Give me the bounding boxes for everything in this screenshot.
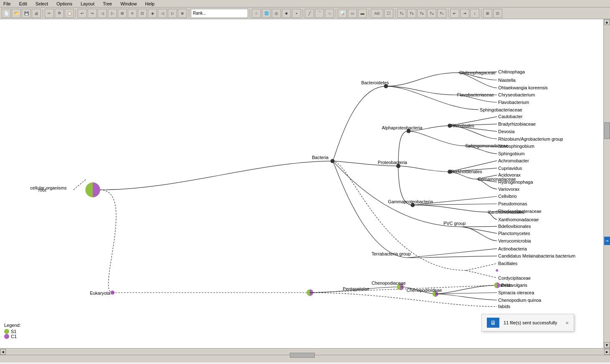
label-hydrogenophaga: Hydrogenophaga [498, 179, 533, 185]
legend-label-s1: S1 [11, 329, 16, 334]
label-bacteria: Bacteria [312, 155, 329, 160]
toolbar-b7[interactable]: ◁ [158, 9, 167, 18]
label-chryseobacterium: Chryseobacterium [498, 92, 535, 97]
toolbar-sq1[interactable]: ■ [282, 9, 291, 18]
menu-tree[interactable]: Tree [101, 1, 114, 7]
toolbar-line3[interactable]: ⌓ [325, 9, 334, 18]
toolbar-line2[interactable]: ⌒ [315, 9, 324, 18]
label-acidovorax: Acidovorax [498, 172, 521, 177]
toolbar-b3[interactable]: ⊞ [118, 9, 127, 18]
scroll-thumb-right[interactable] [604, 122, 610, 139]
label-alphaproteobacteria: Alphaproteobacteria [382, 125, 423, 130]
toolbar-grid[interactable]: ⊞ [483, 9, 492, 18]
label-burkholderiales: Burkholderiales [451, 169, 482, 174]
toolbar-new[interactable]: 📄 [2, 9, 11, 18]
scrollbar-right[interactable]: ▲ ⇒ ▼ [603, 19, 610, 348]
menu-edit[interactable]: Edit [18, 1, 29, 7]
legend-title: Legend: [4, 323, 21, 328]
legend-label-c1: C1 [11, 334, 17, 339]
label-cellular: cellular organisms [30, 185, 67, 190]
label-flavobacterium: Flavobacterium [498, 100, 529, 105]
hscroll-thumb[interactable] [290, 353, 315, 358]
toolbar-circle[interactable]: ○ [252, 9, 261, 18]
misc-dot [496, 269, 498, 272]
menu-help[interactable]: Help [144, 1, 157, 7]
legend: Legend: S1 C1 [4, 323, 21, 339]
toolbar-t5[interactable]: T₅ [437, 9, 446, 18]
toolbar-arr3[interactable]: ↕ [470, 9, 479, 18]
toolbar-t3[interactable]: T₃ [417, 9, 426, 18]
menubar: File Edit Select Options Layout Tree Win… [0, 0, 610, 8]
toolbar-box1[interactable]: ☐ [384, 9, 393, 18]
toolbar-undo[interactable]: ↩ [78, 9, 87, 18]
toolbar-ag1[interactable]: AG [371, 9, 383, 18]
toolbar-arr1[interactable]: ⇤ [450, 9, 459, 18]
toolbar-t1[interactable]: T₁ [397, 9, 406, 18]
toolbar-copy[interactable]: ⧉ [55, 9, 64, 18]
menu-file[interactable]: File [2, 1, 13, 7]
label-proteobacteria: Proteobacteria [378, 160, 408, 165]
toolbar-chart[interactable]: 📊 [338, 9, 347, 18]
label-beta-vulgaris: Beta vulgaris [501, 283, 527, 288]
toolbar-save[interactable]: 💾 [22, 9, 31, 18]
label-niastella: Niastella [498, 78, 516, 83]
tree-svg: root cellular organisms Bacteria Eukaryo… [0, 19, 603, 348]
scroll-up-btn[interactable]: ▲ [604, 19, 610, 25]
notification: 🖥 11 file(s) sent successfully × [481, 314, 574, 331]
label-bradyrhizobiaceae: Bradyrhizobiaceae [498, 121, 536, 126]
scroll-down-btn[interactable]: ▼ [604, 342, 610, 348]
toolbar-t4[interactable]: T₄ [427, 9, 436, 18]
label-pseudomonas: Pseudomonas [498, 201, 527, 206]
toolbar-b6[interactable]: ◈ [148, 9, 157, 18]
scroll-right-special[interactable]: ⇒ [604, 237, 610, 245]
toolbar-b8[interactable]: ▷ [168, 9, 177, 18]
label-bacillales: Bacillales [498, 261, 517, 266]
label-caulobacter: Caulobacter [498, 114, 523, 119]
toolbar-b4[interactable]: ≡ [128, 9, 137, 18]
label-cupriavidus: Cupriavidus [498, 166, 522, 171]
toolbar-rect[interactable]: ▭ [348, 9, 357, 18]
toolbar-cut[interactable]: ✂ [45, 9, 54, 18]
menu-select[interactable]: Select [34, 1, 50, 7]
menu-options[interactable]: Options [55, 1, 74, 7]
toolbar-line1[interactable]: ╱ [305, 9, 314, 18]
label-verrucomicrobia: Verrucomicrobia [498, 238, 531, 243]
toolbar-b9[interactable]: ⊕ [178, 9, 187, 18]
toolbar-t2[interactable]: T₂ [407, 9, 416, 18]
rank-input[interactable] [191, 9, 248, 18]
legend-item-s1: S1 [4, 329, 21, 334]
toolbar-last[interactable]: ⊡ [493, 9, 502, 18]
toolbar-arr2[interactable]: ⇥ [460, 9, 469, 18]
label-sphingobacteriaceae: Sphingobacteriaceae [480, 107, 522, 112]
label-chitinophaga: Chitinophaga [498, 69, 525, 74]
toolbar-b1[interactable]: ◁ [98, 9, 107, 18]
scroll-right-btn[interactable]: ► [604, 349, 610, 355]
toolbar-open[interactable]: 📂 [12, 9, 21, 18]
canvas-area[interactable]: root cellular organisms Bacteria Eukaryo… [0, 19, 603, 348]
hscrollbar[interactable]: ◄ ► [0, 348, 610, 355]
label-bdellovibionales: Bdellovibionales [498, 224, 531, 229]
label-spinacia: Spinacia oleracea [498, 290, 534, 295]
label-chenopodiaceae: Chenopodiaceae [372, 281, 406, 286]
menu-window[interactable]: Window [119, 1, 138, 7]
toolbar-b2[interactable]: ▷ [108, 9, 117, 18]
legend-circle-c1 [4, 334, 9, 339]
notification-close[interactable]: × [565, 320, 569, 326]
scroll-left-btn[interactable]: ◄ [0, 349, 6, 355]
toolbar-print[interactable]: 🖨 [32, 9, 41, 18]
toolbar-sq2[interactable]: ▪ [292, 9, 301, 18]
toolbar-b5[interactable]: ⊡ [138, 9, 147, 18]
toolbar-globe[interactable]: 🌐 [262, 9, 271, 18]
label-cellvibrio: Cellvibrio [498, 194, 517, 199]
label-rhodanobacteraceae: Rhodanobacteraceae [498, 209, 542, 214]
toolbar-redo[interactable]: ↪ [88, 9, 97, 18]
label-planctomycetes: Planctomycetes [498, 231, 530, 236]
label-achromobacter: Achromobacter [498, 158, 529, 163]
toolbar-rect2[interactable]: ▬ [358, 9, 367, 18]
menu-layout[interactable]: Layout [79, 1, 96, 7]
toolbar-paste[interactable]: 📋 [65, 9, 74, 18]
toolbar-ring[interactable]: ◎ [272, 9, 281, 18]
label-cordycipitaceae: Cordycipitaceae [498, 276, 531, 281]
label-variovorax: Variovorax [498, 187, 520, 192]
label-bacteroidetes: Bacteroidetes [361, 80, 389, 85]
